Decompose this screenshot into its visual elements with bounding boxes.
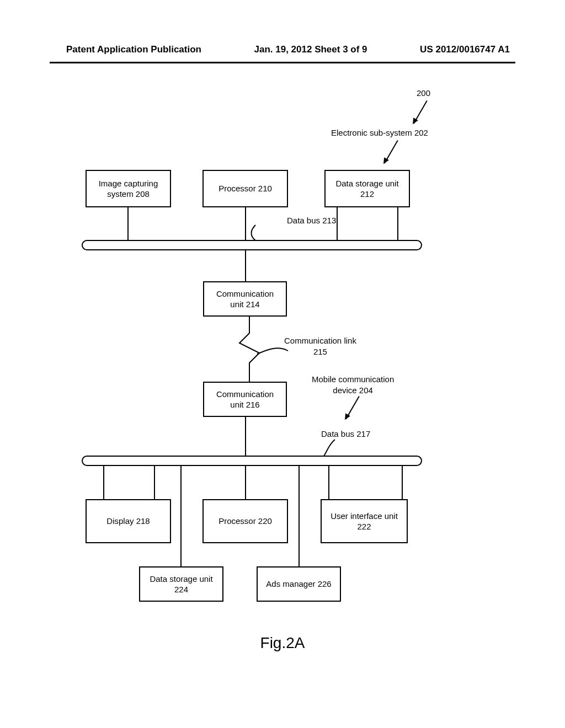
leader-bus2 [323, 438, 339, 457]
data-storage1-text: Data storage unit212 [335, 178, 398, 200]
ads-manager-text: Ads manager 226 [266, 579, 331, 590]
drop-comm2-bus2 [245, 417, 246, 456]
comm-link-label: Communication link215 [284, 335, 356, 357]
header-left: Patent Application Publication [66, 44, 201, 55]
processor1-text: Processor 210 [218, 183, 272, 194]
comm-unit2-text: Communicationunit 216 [216, 389, 274, 410]
data-storage2-box: Data storage unit224 [139, 566, 223, 602]
ads-manager-box: Ads manager 226 [257, 566, 341, 602]
arrow-subsystem [384, 140, 398, 164]
drop-disp-b [154, 466, 155, 499]
comm-unit1-text: Communicationunit 214 [216, 288, 274, 310]
drop-ui-b [402, 466, 403, 499]
drop-bus1-comm1 [245, 250, 246, 281]
drop-ui-a [328, 466, 329, 499]
processor2-text: Processor 220 [218, 516, 272, 527]
drop-ads [299, 466, 300, 566]
display-box: Display 218 [86, 499, 171, 543]
processor1-box: Processor 210 [202, 170, 288, 207]
leader-bus1 [247, 224, 258, 242]
subsystem-label: Electronic sub-system 202 [331, 127, 428, 138]
drop-disp-a [103, 466, 104, 499]
data-bus1-label: Data bus 213 [287, 215, 336, 226]
image-capture-text: Image capturingsystem 208 [99, 178, 158, 200]
drop-proc2 [245, 466, 246, 499]
data-bus2-label: Data bus 217 [321, 429, 370, 440]
comm-unit2-box: Communicationunit 216 [203, 382, 287, 417]
ref-200-label: 200 [417, 88, 430, 99]
arrow-mobile [345, 396, 360, 420]
drop-ds2 [180, 466, 182, 566]
data-storage1-box: Data storage unit212 [324, 170, 410, 207]
drop-ds1-right [397, 207, 398, 240]
data-storage2-text: Data storage unit224 [150, 574, 212, 595]
arrow-ref200 [413, 100, 428, 124]
figure-label: Fig.2A [0, 634, 565, 652]
bus-213 [82, 240, 422, 250]
user-interface-text: User interface unit222 [331, 511, 398, 532]
header-rule [50, 62, 515, 63]
mobile-device-label: Mobile communicationdevice 204 [312, 374, 394, 395]
processor2-box: Processor 220 [202, 499, 288, 543]
header-center: Jan. 19, 2012 Sheet 3 of 9 [254, 44, 367, 55]
drop-imgcap [127, 207, 129, 240]
bus-217 [82, 456, 422, 466]
leader-commlink [256, 344, 289, 357]
diagram-stage: 200 Electronic sub-system 202 Image capt… [0, 72, 565, 728]
display-text: Display 218 [106, 516, 150, 527]
comm-unit1-box: Communicationunit 214 [203, 281, 287, 317]
image-capture-box: Image capturingsystem 208 [86, 170, 171, 207]
user-interface-box: User interface unit222 [321, 499, 408, 543]
header-right: US 2012/0016747 A1 [420, 44, 510, 55]
drop-proc1 [245, 207, 246, 240]
drop-ds1-left [337, 207, 338, 240]
